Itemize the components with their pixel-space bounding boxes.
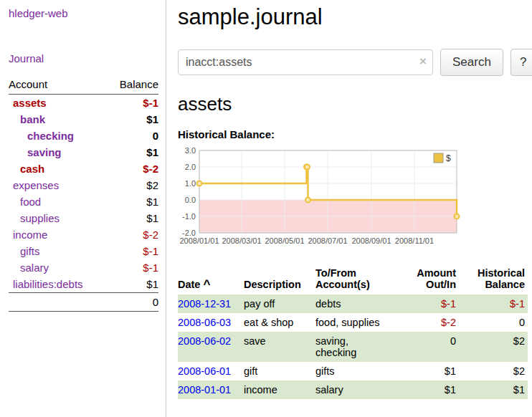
balance-chart-svg: 3.02.01.00.0-1.0-2.02008/01/012008/03/01… xyxy=(178,146,518,254)
account-row: assets$-1 xyxy=(9,95,158,112)
svg-text:3.0: 3.0 xyxy=(185,146,196,155)
app-title-link[interactable]: hledger-web xyxy=(9,7,158,19)
transaction-row: 2008-06-03eat & shopfood, supplies$-20 xyxy=(178,313,528,332)
sort-ascending-icon: ^ xyxy=(203,277,210,291)
account-link[interactable]: cash xyxy=(20,163,44,175)
account-link[interactable]: supplies xyxy=(20,212,60,224)
historical-balance-chart: 3.02.01.00.0-1.0-2.02008/01/012008/03/01… xyxy=(178,146,532,257)
page-title: sample.journal xyxy=(178,4,532,30)
transaction-amount: 0 xyxy=(387,332,459,362)
account-balance: $1 xyxy=(107,276,158,293)
help-button[interactable]: ? xyxy=(510,49,532,76)
account-link[interactable]: checking xyxy=(27,130,74,142)
account-link[interactable]: bank xyxy=(20,113,45,125)
transaction-description: eat & shop xyxy=(244,313,315,332)
transaction-accounts: salary xyxy=(315,380,387,399)
transaction-accounts: food, supplies xyxy=(315,313,387,332)
transaction-accounts: debts xyxy=(315,294,387,313)
transaction-row: 2008-06-02savesaving, checking0$2 xyxy=(178,332,528,362)
account-balance: 0 xyxy=(107,128,158,144)
amount-column-header: Amount Out/In xyxy=(387,265,459,294)
account-link[interactable]: salary xyxy=(20,262,49,274)
account-link[interactable]: gifts xyxy=(20,245,40,257)
account-row: gifts$-1 xyxy=(9,243,158,259)
transaction-date-link[interactable]: 2008-12-31 xyxy=(178,298,231,310)
sidebar: hledger-web Journal Account Balance asse… xyxy=(0,0,166,417)
account-link[interactable]: liabilities:debts xyxy=(13,278,83,290)
account-row: liabilities:debts$1 xyxy=(9,276,158,293)
transaction-row: 2008-01-01incomesalary$1$1 xyxy=(178,380,528,399)
transaction-amount: $-2 xyxy=(387,313,459,332)
search-input[interactable] xyxy=(178,49,433,75)
account-row: food$1 xyxy=(9,193,158,210)
account-balance: $1 xyxy=(107,144,158,160)
transaction-row: 2008-12-31pay offdebts$-1$-1 xyxy=(178,294,528,313)
account-row: cash$-2 xyxy=(9,160,158,177)
account-row: saving$1 xyxy=(9,144,158,160)
account-column-header-register: To/From Account(s) xyxy=(315,265,387,294)
svg-text:2008/11/01: 2008/11/01 xyxy=(395,236,434,245)
date-column-header[interactable]: Date ^ xyxy=(178,265,244,294)
transaction-row: 2008-06-01giftgifts$1$2 xyxy=(178,362,528,380)
search-form: × Search ? xyxy=(178,49,532,76)
chart-title: Historical Balance: xyxy=(178,128,532,140)
transaction-date-link[interactable]: 2008-06-01 xyxy=(178,365,231,377)
svg-text:1.0: 1.0 xyxy=(185,179,196,188)
account-link[interactable]: saving xyxy=(27,146,62,158)
svg-text:2008/05/01: 2008/05/01 xyxy=(265,236,304,245)
account-link[interactable]: expenses xyxy=(13,179,59,191)
account-tree: Account Balance assets$-1bank$1checking0… xyxy=(9,76,158,312)
account-tree-body: assets$-1bank$1checking0saving$1cash$-2e… xyxy=(9,95,158,293)
account-row: checking0 xyxy=(9,128,158,144)
svg-text:2008/01/01: 2008/01/01 xyxy=(179,236,219,245)
transaction-date-link[interactable]: 2008-06-02 xyxy=(178,335,231,347)
svg-text:$: $ xyxy=(446,153,451,163)
transaction-balance: $2 xyxy=(459,332,528,362)
account-balance: $1 xyxy=(107,111,158,128)
search-input-wrap: × xyxy=(178,49,433,75)
balance-column-header: Balance xyxy=(107,76,158,95)
account-row: supplies$1 xyxy=(9,210,158,226)
account-balance: $1 xyxy=(107,210,158,226)
transaction-accounts: gifts xyxy=(315,362,387,380)
account-balance: $-1 xyxy=(107,95,158,112)
account-row: bank$1 xyxy=(9,111,158,128)
description-column-header: Description xyxy=(244,265,315,294)
main-content: sample.journal × Search ? assets Histori… xyxy=(166,0,532,417)
transaction-date-link[interactable]: 2008-06-03 xyxy=(178,317,231,328)
account-total-row: 0 xyxy=(9,293,158,312)
account-link[interactable]: food xyxy=(20,196,41,208)
transaction-amount: $1 xyxy=(387,380,459,399)
transaction-description: income xyxy=(244,380,315,399)
transaction-balance: $-1 xyxy=(459,294,528,313)
transaction-description: gift xyxy=(244,362,315,380)
clear-search-icon[interactable]: × xyxy=(419,55,427,68)
account-row: expenses$2 xyxy=(9,177,158,193)
historical-balance-column-header: Historical Balance xyxy=(459,265,528,294)
transaction-amount: $1 xyxy=(387,362,459,380)
sidebar-item-journal[interactable]: Journal xyxy=(9,52,158,64)
account-balance: $1 xyxy=(107,193,158,210)
account-link[interactable]: income xyxy=(13,229,47,241)
search-button[interactable]: Search xyxy=(440,49,503,76)
svg-text:2008/09/01: 2008/09/01 xyxy=(351,236,391,245)
account-link[interactable]: assets xyxy=(13,97,47,109)
account-row: income$-2 xyxy=(9,226,158,243)
transaction-amount: $-1 xyxy=(387,294,459,313)
account-balance: $-1 xyxy=(107,259,158,276)
account-column-header: Account xyxy=(9,76,107,95)
svg-text:0.0: 0.0 xyxy=(185,196,196,204)
transaction-balance: $2 xyxy=(459,362,528,380)
transaction-balance: 0 xyxy=(459,313,528,332)
transaction-description: save xyxy=(244,332,315,362)
account-balance: $-1 xyxy=(107,243,158,259)
account-row: salary$-1 xyxy=(9,259,158,276)
svg-text:2008/03/01: 2008/03/01 xyxy=(222,236,261,245)
transaction-accounts: saving, checking xyxy=(315,332,387,362)
account-heading: assets xyxy=(178,93,532,115)
transaction-description: pay off xyxy=(244,294,315,313)
register-table: Date ^ Description To/From Account(s) Am… xyxy=(178,265,528,399)
svg-text:-1.0: -1.0 xyxy=(182,212,196,221)
transaction-balance: $1 xyxy=(459,380,528,399)
transaction-date-link[interactable]: 2008-01-01 xyxy=(178,384,231,396)
